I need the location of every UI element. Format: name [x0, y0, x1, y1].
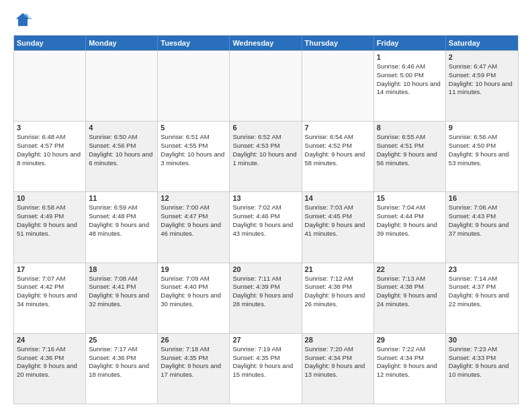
day-number: 24	[17, 336, 83, 344]
cal-header-thursday: Thursday	[302, 36, 374, 50]
day-number: 18	[89, 265, 154, 273]
cal-row-2: 10Sunrise: 6:58 AM Sunset: 4:49 PM Dayli…	[14, 191, 518, 262]
cal-header-friday: Friday	[374, 36, 446, 50]
day-info: Sunrise: 7:11 AM Sunset: 4:39 PM Dayligh…	[232, 275, 298, 309]
day-info: Sunrise: 6:56 AM Sunset: 4:50 PM Dayligh…	[449, 133, 515, 167]
day-number: 17	[17, 265, 83, 273]
day-info: Sunrise: 7:23 AM Sunset: 4:33 PM Dayligh…	[449, 345, 515, 379]
day-number: 3	[17, 124, 83, 132]
day-number: 15	[377, 194, 443, 202]
day-number: 7	[305, 124, 371, 132]
day-number: 21	[305, 265, 371, 273]
cal-cell-4-4: 28Sunrise: 7:20 AM Sunset: 4:34 PM Dayli…	[302, 334, 374, 404]
cal-cell-2-1: 11Sunrise: 6:59 AM Sunset: 4:48 PM Dayli…	[86, 192, 158, 262]
page: SundayMondayTuesdayWednesdayThursdayFrid…	[0, 0, 532, 411]
day-info: Sunrise: 6:50 AM Sunset: 4:56 PM Dayligh…	[89, 133, 154, 167]
day-info: Sunrise: 7:07 AM Sunset: 4:42 PM Dayligh…	[17, 275, 83, 309]
day-number: 4	[89, 124, 154, 132]
cal-cell-0-5: 1Sunrise: 6:46 AM Sunset: 5:00 PM Daylig…	[374, 51, 446, 121]
cal-cell-1-5: 8Sunrise: 6:55 AM Sunset: 4:51 PM Daylig…	[374, 122, 446, 191]
cal-cell-0-2	[158, 51, 230, 121]
cal-cell-1-6: 9Sunrise: 6:56 AM Sunset: 4:50 PM Daylig…	[446, 122, 518, 191]
day-number: 29	[377, 336, 443, 344]
day-info: Sunrise: 7:14 AM Sunset: 4:37 PM Dayligh…	[449, 275, 515, 309]
day-info: Sunrise: 6:48 AM Sunset: 4:57 PM Dayligh…	[17, 133, 83, 167]
day-number: 1	[377, 53, 443, 61]
day-info: Sunrise: 7:06 AM Sunset: 4:43 PM Dayligh…	[449, 203, 515, 238]
calendar-header-row: SundayMondayTuesdayWednesdayThursdayFrid…	[14, 36, 518, 50]
cal-cell-3-6: 23Sunrise: 7:14 AM Sunset: 4:37 PM Dayli…	[446, 263, 518, 333]
day-number: 9	[449, 124, 515, 132]
day-info: Sunrise: 7:09 AM Sunset: 4:40 PM Dayligh…	[161, 275, 226, 309]
cal-row-4: 24Sunrise: 7:16 AM Sunset: 4:36 PM Dayli…	[14, 333, 518, 404]
cal-cell-0-1	[86, 51, 158, 121]
cal-cell-2-6: 16Sunrise: 7:06 AM Sunset: 4:43 PM Dayli…	[446, 192, 518, 262]
day-info: Sunrise: 7:18 AM Sunset: 4:35 PM Dayligh…	[161, 345, 226, 379]
day-info: Sunrise: 6:52 AM Sunset: 4:53 PM Dayligh…	[232, 133, 298, 167]
day-info: Sunrise: 6:51 AM Sunset: 4:55 PM Dayligh…	[161, 133, 226, 167]
day-number: 12	[161, 194, 226, 202]
cal-cell-1-1: 4Sunrise: 6:50 AM Sunset: 4:56 PM Daylig…	[86, 122, 158, 191]
cal-cell-1-4: 7Sunrise: 6:54 AM Sunset: 4:52 PM Daylig…	[302, 122, 374, 191]
cal-cell-4-6: 30Sunrise: 7:23 AM Sunset: 4:33 PM Dayli…	[446, 334, 518, 404]
cal-cell-2-0: 10Sunrise: 6:58 AM Sunset: 4:49 PM Dayli…	[14, 192, 86, 262]
day-info: Sunrise: 7:12 AM Sunset: 4:38 PM Dayligh…	[305, 275, 371, 309]
header	[13, 11, 519, 30]
day-number: 13	[232, 194, 298, 202]
day-number: 20	[232, 265, 298, 273]
day-info: Sunrise: 7:16 AM Sunset: 4:36 PM Dayligh…	[17, 345, 83, 379]
cal-cell-3-2: 19Sunrise: 7:09 AM Sunset: 4:40 PM Dayli…	[158, 263, 230, 333]
calendar: SundayMondayTuesdayWednesdayThursdayFrid…	[13, 35, 519, 404]
cal-cell-1-2: 5Sunrise: 6:51 AM Sunset: 4:55 PM Daylig…	[158, 122, 230, 191]
cal-header-saturday: Saturday	[446, 36, 518, 50]
cal-cell-2-4: 14Sunrise: 7:03 AM Sunset: 4:45 PM Dayli…	[302, 192, 374, 262]
day-info: Sunrise: 7:03 AM Sunset: 4:45 PM Dayligh…	[305, 203, 371, 238]
day-number: 11	[89, 194, 154, 202]
cal-cell-0-0	[14, 51, 86, 121]
day-info: Sunrise: 6:54 AM Sunset: 4:52 PM Dayligh…	[305, 133, 371, 167]
cal-header-sunday: Sunday	[14, 36, 86, 50]
day-number: 23	[449, 265, 515, 273]
cal-header-tuesday: Tuesday	[158, 36, 230, 50]
cal-cell-0-6: 2Sunrise: 6:47 AM Sunset: 4:59 PM Daylig…	[446, 51, 518, 121]
day-info: Sunrise: 6:47 AM Sunset: 4:59 PM Dayligh…	[449, 62, 515, 97]
cal-row-1: 3Sunrise: 6:48 AM Sunset: 4:57 PM Daylig…	[14, 121, 518, 191]
day-info: Sunrise: 7:19 AM Sunset: 4:35 PM Dayligh…	[232, 345, 298, 379]
cal-cell-1-3: 6Sunrise: 6:52 AM Sunset: 4:53 PM Daylig…	[230, 122, 302, 191]
cal-cell-4-3: 27Sunrise: 7:19 AM Sunset: 4:35 PM Dayli…	[230, 334, 302, 404]
day-number: 28	[305, 336, 371, 344]
day-info: Sunrise: 6:55 AM Sunset: 4:51 PM Dayligh…	[377, 133, 443, 167]
day-number: 26	[161, 336, 226, 344]
cal-cell-2-5: 15Sunrise: 7:04 AM Sunset: 4:44 PM Dayli…	[374, 192, 446, 262]
day-info: Sunrise: 7:22 AM Sunset: 4:34 PM Dayligh…	[377, 345, 443, 379]
day-info: Sunrise: 7:13 AM Sunset: 4:38 PM Dayligh…	[377, 275, 443, 309]
cal-cell-4-1: 25Sunrise: 7:17 AM Sunset: 4:36 PM Dayli…	[86, 334, 158, 404]
calendar-body: 1Sunrise: 6:46 AM Sunset: 5:00 PM Daylig…	[14, 50, 518, 404]
day-number: 14	[305, 194, 371, 202]
day-info: Sunrise: 7:20 AM Sunset: 4:34 PM Dayligh…	[305, 345, 371, 379]
day-number: 16	[449, 194, 515, 202]
day-info: Sunrise: 7:08 AM Sunset: 4:41 PM Dayligh…	[89, 275, 154, 309]
day-info: Sunrise: 7:02 AM Sunset: 4:46 PM Dayligh…	[232, 203, 298, 238]
cal-row-0: 1Sunrise: 6:46 AM Sunset: 5:00 PM Daylig…	[14, 50, 518, 121]
cal-header-monday: Monday	[86, 36, 158, 50]
svg-marker-0	[16, 13, 30, 26]
cal-cell-3-1: 18Sunrise: 7:08 AM Sunset: 4:41 PM Dayli…	[86, 263, 158, 333]
cal-cell-4-5: 29Sunrise: 7:22 AM Sunset: 4:34 PM Dayli…	[374, 334, 446, 404]
cal-cell-0-3	[230, 51, 302, 121]
day-number: 25	[89, 336, 154, 344]
cal-cell-3-5: 22Sunrise: 7:13 AM Sunset: 4:38 PM Dayli…	[374, 263, 446, 333]
cal-row-3: 17Sunrise: 7:07 AM Sunset: 4:42 PM Dayli…	[14, 263, 518, 333]
day-number: 2	[449, 53, 515, 61]
day-number: 30	[449, 336, 515, 344]
day-number: 5	[161, 124, 226, 132]
day-number: 22	[377, 265, 443, 273]
cal-cell-3-0: 17Sunrise: 7:07 AM Sunset: 4:42 PM Dayli…	[14, 263, 86, 333]
cal-cell-3-3: 20Sunrise: 7:11 AM Sunset: 4:39 PM Dayli…	[230, 263, 302, 333]
day-number: 27	[232, 336, 298, 344]
logo	[13, 11, 35, 30]
day-number: 6	[232, 124, 298, 132]
day-number: 19	[161, 265, 226, 273]
day-info: Sunrise: 6:59 AM Sunset: 4:48 PM Dayligh…	[89, 203, 154, 238]
day-info: Sunrise: 6:58 AM Sunset: 4:49 PM Dayligh…	[17, 203, 83, 238]
